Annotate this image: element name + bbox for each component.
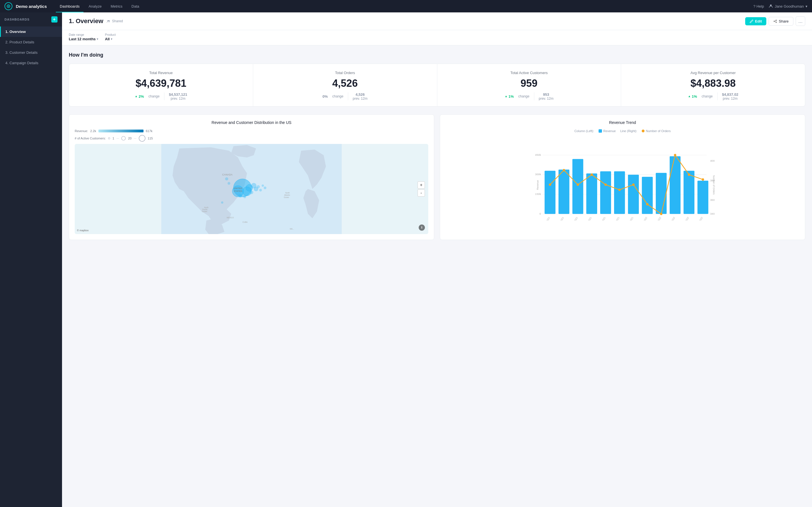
revenue-legend-text: Revenue bbox=[603, 129, 616, 133]
user-menu[interactable]: Jane Goodhuman ▾ bbox=[769, 4, 808, 8]
svg-point-20 bbox=[259, 189, 262, 191]
content-header: 1. Overview Shared Edit Share ... bbox=[62, 12, 812, 30]
date-range-value[interactable]: Last 12 months ▾ bbox=[69, 37, 98, 41]
section-title: How I'm doing bbox=[69, 52, 805, 58]
charts-row: Revenue and Customer Distribution in the… bbox=[69, 114, 805, 240]
revenue-trend-title: Revenue Trend bbox=[446, 120, 799, 125]
mapbox-attribution: © mapbox bbox=[77, 229, 89, 232]
svg-point-65 bbox=[563, 169, 565, 171]
svg-text:Sep 2021: Sep 2021 bbox=[585, 216, 592, 221]
svg-text:MA...: MA... bbox=[290, 228, 294, 230]
svg-point-64 bbox=[549, 183, 552, 186]
product-value[interactable]: All ▾ bbox=[105, 37, 116, 41]
map-svg: CANADA UNITED STATES North Pacific Ocean… bbox=[75, 144, 428, 234]
svg-point-3 bbox=[107, 20, 109, 21]
kpi-change: 1% bbox=[688, 94, 697, 99]
add-dashboard-button[interactable]: + bbox=[51, 16, 57, 22]
svg-text:Jul 2021: Jul 2021 bbox=[557, 216, 564, 221]
zoom-in-button[interactable]: + bbox=[417, 181, 425, 189]
svg-point-72 bbox=[660, 213, 663, 215]
nav-data[interactable]: Data bbox=[128, 3, 143, 10]
revenue-legend-item: Revenue bbox=[599, 129, 616, 133]
cust-tick-0: 1 bbox=[112, 136, 114, 140]
map-legend: Revenue: 2.2k 617k bbox=[75, 129, 428, 133]
svg-point-67 bbox=[591, 173, 593, 176]
kpi-prev-value: $4,537,121 prev. 12m bbox=[169, 93, 187, 101]
svg-text:Revenue: Revenue bbox=[536, 180, 539, 190]
kpi-value: 4,526 bbox=[333, 78, 358, 89]
svg-point-27 bbox=[225, 177, 228, 180]
svg-point-8 bbox=[108, 137, 110, 139]
map-info-button[interactable]: ℹ bbox=[419, 224, 425, 231]
user-chevron: ▾ bbox=[806, 4, 808, 8]
revenue-chart: 0 150k 300k 450k 340 360 380 400 bbox=[446, 136, 799, 221]
nav-right: ? Help Jane Goodhuman ▾ bbox=[753, 4, 808, 8]
kpi-prev-label: change bbox=[518, 94, 529, 98]
kpi-prev-value: 953 prev. 12m bbox=[539, 93, 553, 101]
customers-legend-label: # of Active Customers: bbox=[75, 136, 106, 140]
nav-dashboards[interactable]: Dashboards bbox=[56, 3, 84, 10]
sidebar-item-overview[interactable]: 1. Overview bbox=[0, 26, 62, 37]
column-label: Column (Left): bbox=[574, 129, 594, 133]
revenue-trend-card: Revenue Trend Column (Left): Revenue Lin… bbox=[440, 114, 805, 240]
svg-point-9 bbox=[121, 136, 125, 140]
map-chart-title: Revenue and Customer Distribution in the… bbox=[75, 120, 428, 125]
nav-metrics[interactable]: Metrics bbox=[107, 3, 126, 10]
edit-button[interactable]: Edit bbox=[745, 17, 767, 25]
svg-point-1 bbox=[8, 6, 9, 7]
svg-point-6 bbox=[776, 22, 777, 22]
svg-rect-60 bbox=[656, 173, 667, 214]
kpi-change: 0% bbox=[322, 94, 328, 99]
nav-links: Dashboards Analyze Metrics Data bbox=[56, 3, 753, 10]
svg-point-69 bbox=[618, 188, 621, 191]
revenue-legend-label: Revenue: bbox=[75, 129, 88, 133]
svg-rect-61 bbox=[670, 156, 680, 214]
orders-legend-item: Number of Orders bbox=[642, 129, 671, 133]
rev-tick-6: 617k bbox=[146, 129, 153, 133]
svg-point-26 bbox=[221, 202, 223, 204]
svg-point-22 bbox=[264, 186, 266, 189]
sidebar-item-campaign[interactable]: 4. Campaign Details bbox=[0, 58, 62, 68]
svg-text:0: 0 bbox=[539, 212, 541, 215]
svg-text:North: North bbox=[204, 207, 209, 209]
svg-point-19 bbox=[257, 185, 260, 188]
svg-point-25 bbox=[227, 182, 231, 185]
kpi-prev-label: change bbox=[149, 94, 160, 98]
nav-analyze[interactable]: Analyze bbox=[85, 3, 105, 10]
share-button[interactable]: Share bbox=[769, 17, 794, 25]
zoom-out-button[interactable]: - bbox=[417, 189, 425, 196]
more-button[interactable]: ... bbox=[796, 16, 805, 26]
svg-point-75 bbox=[702, 178, 704, 181]
customer-legend: # of Active Customers: 1 ··· 20 ··· 115 bbox=[75, 135, 428, 142]
svg-text:STATES: STATES bbox=[234, 189, 242, 192]
kpi-total-orders: Total Orders 4,526 0% change 4,526 prev.… bbox=[253, 64, 437, 106]
chevron-down-icon: ▾ bbox=[97, 38, 98, 41]
svg-rect-52 bbox=[545, 171, 556, 214]
kpi-active-customers: Total Active Customers 959 1% change 953 bbox=[437, 64, 621, 106]
line-label: Line (Right): bbox=[620, 129, 637, 133]
kpi-prev-value: 4,526 prev. 12m bbox=[353, 93, 367, 101]
shared-badge: Shared bbox=[107, 19, 123, 23]
map-container[interactable]: CANADA UNITED STATES North Pacific Ocean… bbox=[75, 144, 428, 234]
date-range-filter: Date range Last 12 months ▾ bbox=[69, 33, 98, 41]
help-link[interactable]: ? Help bbox=[753, 4, 764, 8]
svg-point-66 bbox=[576, 183, 579, 186]
app-logo[interactable] bbox=[4, 2, 12, 10]
svg-text:UNITED: UNITED bbox=[234, 187, 242, 189]
kpi-title: Total Active Customers bbox=[510, 71, 548, 75]
kpi-prev-label: change bbox=[333, 94, 343, 98]
svg-point-70 bbox=[632, 183, 635, 186]
sidebar-item-product[interactable]: 2. Product Details bbox=[0, 37, 62, 47]
kpi-row: Total Revenue $4,639,781 2% change $4,53… bbox=[69, 64, 805, 107]
svg-text:North: North bbox=[285, 192, 290, 194]
header-actions: Edit Share ... bbox=[745, 16, 805, 26]
svg-text:Dec 2021: Dec 2021 bbox=[626, 216, 634, 221]
svg-rect-59 bbox=[642, 177, 653, 214]
sidebar-item-customer[interactable]: 3. Customer Details bbox=[0, 47, 62, 58]
svg-point-21 bbox=[262, 184, 264, 187]
kpi-sub: 1% change $4,837.02 prev. 12m bbox=[688, 93, 739, 101]
svg-rect-58 bbox=[628, 175, 639, 214]
svg-point-18 bbox=[250, 190, 253, 194]
chart-legend: Column (Left): Revenue Line (Right): Num… bbox=[446, 129, 799, 133]
svg-rect-55 bbox=[586, 173, 597, 214]
